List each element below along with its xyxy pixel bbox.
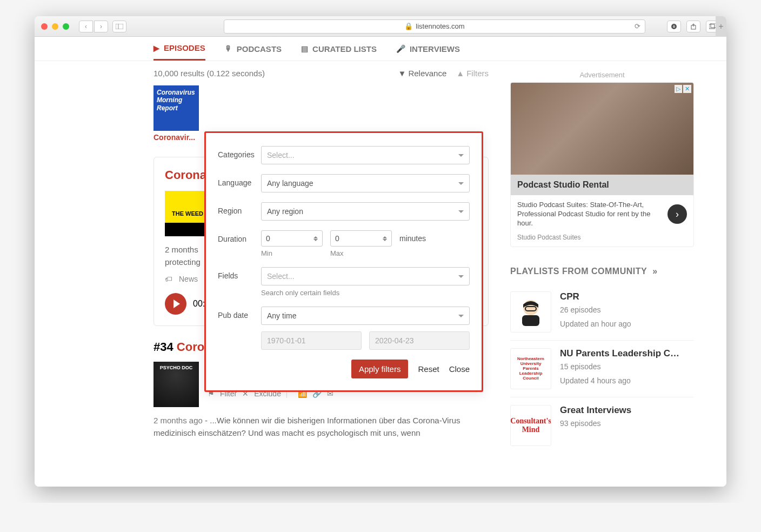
categories-select[interactable]: Select... — [261, 146, 470, 164]
tag-icon: 🏷 — [165, 275, 172, 283]
result-age: 2 months ago — [153, 416, 203, 425]
share-button[interactable] — [686, 21, 700, 32]
play-icon — [173, 300, 180, 308]
ad-cta-button[interactable]: › — [667, 204, 687, 224]
filter-label-language: Language — [218, 174, 261, 187]
min-label: Min — [261, 249, 323, 257]
number-steppers[interactable] — [313, 236, 318, 241]
apply-filters-button[interactable]: Apply filters — [351, 360, 409, 378]
tab-curated[interactable]: ▤ CURATED LISTS — [301, 43, 377, 61]
filter-label-duration: Duration — [218, 230, 261, 243]
playlist-thumbnail: Northeastern University Parents Leadersh… — [510, 348, 551, 389]
thumb-text: Coronavirus Morning Report — [157, 89, 196, 112]
zoom-window-icon[interactable] — [63, 23, 69, 30]
avatar-icon — [516, 297, 546, 327]
lock-icon: 🔒 — [404, 22, 413, 30]
select-placeholder: Select... — [267, 151, 295, 159]
result-desc-text: protecting — [165, 257, 201, 267]
nav-buttons: ‹ › — [79, 21, 108, 32]
close-button[interactable]: Close — [449, 364, 470, 374]
thumb-text: THE WEED — [172, 210, 203, 217]
playlist-episodes: 93 episodes — [560, 419, 631, 428]
number-steppers[interactable] — [383, 236, 387, 241]
ad-advertiser: Studio Podcast Suites — [511, 234, 693, 247]
tag-news[interactable]: News — [179, 275, 198, 283]
reset-button[interactable]: Reset — [418, 364, 439, 374]
sidebar-icon — [116, 24, 123, 29]
tab-episodes[interactable]: ▶ EPISODES — [153, 43, 205, 61]
language-select[interactable]: Any language — [261, 174, 470, 192]
chevron-double-right-icon[interactable]: » — [652, 267, 657, 276]
podcast-title: Coronavir... — [153, 133, 199, 142]
filters-label: Filters — [466, 69, 489, 78]
playlist-title: Great Interviews — [560, 405, 631, 416]
chevron-down-icon — [458, 315, 464, 317]
close-window-icon[interactable] — [41, 23, 48, 30]
chevron-down-icon — [458, 154, 464, 157]
caret-up-icon: ▲ — [456, 69, 464, 78]
play-icon: ▶ — [153, 44, 159, 52]
pubdate-select[interactable]: Any time — [261, 307, 470, 325]
max-label: Max — [330, 249, 344, 257]
chevron-right-icon: › — [676, 209, 679, 220]
svg-rect-4 — [709, 24, 715, 29]
caret-down-icon: ▼ — [398, 69, 406, 78]
playlists-title: PLAYLISTS FROM COMMUNITY — [510, 267, 647, 276]
address-bar[interactable]: 🔒 listennotes.com ⟳ — [224, 19, 645, 34]
playlist-thumbnail: Consultant's Mind — [510, 405, 551, 446]
result-age: 2 months — [165, 245, 198, 254]
date-from-input[interactable]: 1970-01-01 — [261, 331, 362, 350]
tab-interviews[interactable]: 🎤 INTERVIEWS — [396, 43, 460, 61]
minimize-window-icon[interactable] — [52, 23, 58, 30]
result-thumbnail[interactable]: PSYCHO DOC — [153, 362, 199, 407]
reload-icon[interactable]: ⟳ — [635, 22, 640, 30]
new-tab-button[interactable]: + — [716, 16, 726, 37]
chevron-down-icon — [458, 275, 464, 278]
filter-actions: Apply filters Reset Close — [218, 360, 470, 378]
playlist-thumbnail — [510, 291, 551, 332]
sort-label: Relevance — [408, 69, 446, 78]
forward-button[interactable]: › — [94, 21, 108, 32]
advertisement[interactable]: ▷✕ Podcast Studio Rental Studio Podcast … — [510, 82, 694, 247]
sidebar-toggle-button[interactable] — [112, 21, 126, 32]
playlist-item[interactable]: CPR 26 episodes Updated an hour ago — [510, 284, 694, 341]
adchoices-icon[interactable]: ▷ — [675, 85, 682, 93]
duration-max-input[interactable]: 0 — [330, 230, 392, 247]
playlist-item[interactable]: Northeastern University Parents Leadersh… — [510, 341, 694, 397]
playlists-header: PLAYLISTS FROM COMMUNITY » — [510, 267, 694, 276]
podcast-icon: 🎙 — [225, 44, 232, 53]
playlist-episodes: 26 episodes — [560, 305, 631, 314]
tab-label: EPISODES — [164, 43, 205, 52]
sort-relevance[interactable]: ▼ Relevance — [398, 69, 447, 78]
playlist-updated: Updated an hour ago — [560, 320, 631, 328]
content-tabs: ▶ EPISODES 🎙 PODCASTS ▤ CURATED LISTS 🎤 … — [35, 37, 726, 61]
ad-close-icon[interactable]: ✕ — [683, 85, 691, 93]
thumb-text: PSYCHO DOC — [160, 365, 193, 370]
ad-title: Podcast Studio Rental — [511, 175, 693, 195]
region-select[interactable]: Any region — [261, 202, 470, 221]
titlebar: ‹ › 🔒 listennotes.com ⟳ + — [35, 16, 726, 37]
download-icon — [671, 23, 677, 30]
tab-podcasts[interactable]: 🎙 PODCASTS — [225, 43, 282, 61]
filter-label-region: Region — [218, 202, 261, 215]
select-placeholder: Select... — [267, 272, 295, 281]
share-icon — [690, 23, 697, 30]
svg-rect-0 — [116, 24, 123, 29]
result-thumbnail[interactable]: THE WEED — [165, 191, 210, 236]
date-to-input[interactable]: 2020-04-23 — [369, 331, 470, 350]
play-button[interactable] — [165, 293, 186, 315]
back-button[interactable]: ‹ — [79, 21, 93, 32]
filters-toggle[interactable]: ▲ Filters — [456, 69, 489, 78]
result-desc-2: 2 months ago - ...Wie können wir die bis… — [153, 415, 489, 439]
chevron-down-icon — [458, 182, 464, 185]
svg-rect-8 — [522, 315, 539, 326]
results-count: 10,000 results (0.122 seconds) — [153, 69, 265, 78]
duration-min-input[interactable]: 0 — [261, 230, 323, 247]
podcast-card[interactable]: Coronavirus Morning Report Coronavir... — [153, 85, 199, 142]
playlist-updated: Updated 4 hours ago — [560, 376, 684, 385]
page-content: ▶ EPISODES 🎙 PODCASTS ▤ CURATED LISTS 🎤 … — [35, 37, 726, 487]
playlist-item[interactable]: Consultant's Mind Great Interviews 93 ep… — [510, 397, 694, 454]
fields-select[interactable]: Select... — [261, 267, 470, 285]
downloads-button[interactable] — [667, 21, 681, 32]
playlist-episodes: 15 episodes — [560, 362, 684, 371]
